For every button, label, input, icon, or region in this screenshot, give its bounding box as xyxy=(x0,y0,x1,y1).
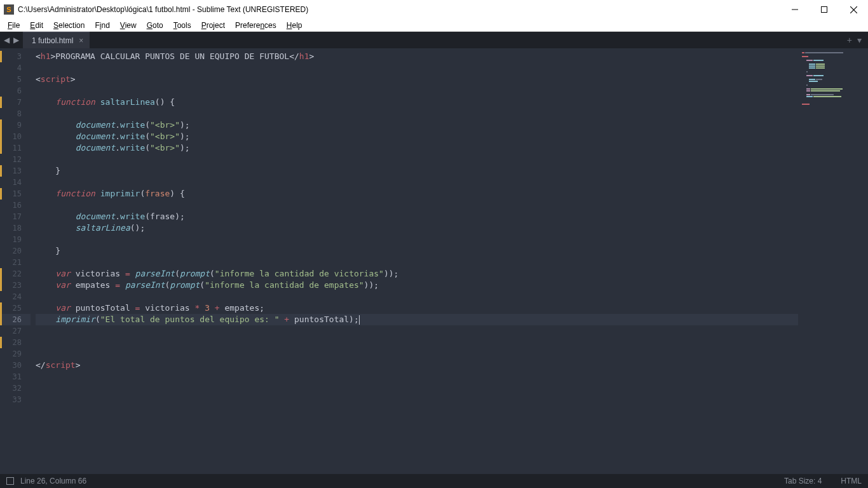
menu-file[interactable]: File xyxy=(3,20,25,31)
line-number[interactable]: 14 xyxy=(0,177,31,188)
line-number[interactable]: 8 xyxy=(0,108,31,119)
tab-active[interactable]: 1 futbol.html × xyxy=(23,32,90,48)
line-number[interactable]: 28 xyxy=(0,337,31,348)
line-number[interactable]: 32 xyxy=(0,383,31,394)
line-number[interactable]: 26 xyxy=(0,314,31,325)
line-gutter[interactable]: 3456789101112131415161718192021222324252… xyxy=(0,48,31,474)
status-bar: Line 26, Column 66 Tab Size: 4 HTML xyxy=(0,474,868,488)
code-line: } xyxy=(36,165,868,177)
code-line xyxy=(36,383,868,394)
window-title: C:\Users\Administrator\Desktop\lógica\1 … xyxy=(18,5,308,14)
status-syntax[interactable]: HTML xyxy=(841,477,862,485)
nav-back-icon[interactable]: ◀ xyxy=(4,36,10,44)
line-number[interactable]: 19 xyxy=(0,234,31,245)
line-number[interactable]: 16 xyxy=(0,200,31,211)
tab-actions: + ▾ xyxy=(841,32,868,48)
code-line xyxy=(36,154,868,165)
line-number[interactable]: 21 xyxy=(0,257,31,268)
close-button[interactable] xyxy=(839,0,868,19)
code-line: <h1>PROGRAMA CALCULAR PUNTOS DE UN EQUIP… xyxy=(36,51,868,62)
menu-edit[interactable]: Edit xyxy=(25,20,48,31)
line-number[interactable]: 3 xyxy=(0,51,31,62)
code-line xyxy=(36,394,868,405)
maximize-button[interactable] xyxy=(810,0,839,19)
code-line: var puntosTotal = victorias * 3 + empate… xyxy=(36,302,868,314)
line-number[interactable]: 7 xyxy=(0,97,31,108)
code-line xyxy=(36,108,868,119)
code-line xyxy=(36,200,868,211)
menu-tools[interactable]: Tools xyxy=(168,20,196,31)
line-number[interactable]: 9 xyxy=(0,119,31,131)
code-line: saltarLinea(); xyxy=(36,222,868,234)
code-line: document.write(frase); xyxy=(36,211,868,222)
minimap[interactable] xyxy=(798,48,868,474)
code-line xyxy=(36,337,868,348)
editor: 3456789101112131415161718192021222324252… xyxy=(0,48,868,474)
line-number[interactable]: 20 xyxy=(0,245,31,257)
svg-rect-1 xyxy=(822,7,827,13)
code-line xyxy=(36,85,868,97)
code-area[interactable]: <h1>PROGRAMA CALCULAR PUNTOS DE UN EQUIP… xyxy=(31,48,868,474)
line-number[interactable]: 33 xyxy=(0,394,31,405)
code-line: document.write("<br>"); xyxy=(36,119,868,131)
line-number[interactable]: 22 xyxy=(0,268,31,280)
line-number[interactable]: 17 xyxy=(0,211,31,222)
code-line: var victorias = parseInt(prompt("informe… xyxy=(36,268,868,280)
code-line xyxy=(36,177,868,188)
tab-menu-icon[interactable]: ▾ xyxy=(857,35,862,45)
menu-project[interactable]: Project xyxy=(196,20,230,31)
line-number[interactable]: 15 xyxy=(0,188,31,200)
line-number[interactable]: 29 xyxy=(0,348,31,360)
line-number[interactable]: 10 xyxy=(0,131,31,142)
tab-bar: ◀ ▶ 1 futbol.html × + ▾ xyxy=(0,32,868,48)
nav-forward-icon[interactable]: ▶ xyxy=(13,36,19,44)
menubar: File Edit Selection Find View Goto Tools… xyxy=(0,19,868,32)
status-tabsize[interactable]: Tab Size: 4 xyxy=(784,477,822,485)
menu-view[interactable]: View xyxy=(115,20,142,31)
line-number[interactable]: 12 xyxy=(0,154,31,165)
code-line xyxy=(36,257,868,268)
code-line: } xyxy=(36,245,868,257)
code-line xyxy=(36,234,868,245)
text-cursor xyxy=(359,315,360,325)
code-line: document.write("<br>"); xyxy=(36,142,868,154)
code-line: </script> xyxy=(36,360,868,371)
status-position[interactable]: Line 26, Column 66 xyxy=(20,477,86,485)
tab-label: 1 futbol.html xyxy=(32,36,73,45)
line-number[interactable]: 25 xyxy=(0,302,31,314)
tab-close-icon[interactable]: × xyxy=(79,36,83,45)
code-line: function imprimir(frase) { xyxy=(36,188,868,200)
code-line: <script> xyxy=(36,74,868,85)
window-titlebar: S C:\Users\Administrator\Desktop\lógica\… xyxy=(0,0,868,19)
line-number[interactable]: 27 xyxy=(0,325,31,337)
tab-nav: ◀ ▶ xyxy=(0,32,23,48)
menu-selection[interactable]: Selection xyxy=(48,20,90,31)
code-line: document.write("<br>"); xyxy=(36,131,868,142)
menu-preferences[interactable]: Preferences xyxy=(230,20,281,31)
menu-goto[interactable]: Goto xyxy=(142,20,168,31)
line-number[interactable]: 13 xyxy=(0,165,31,177)
line-number[interactable]: 24 xyxy=(0,291,31,302)
app-icon: S xyxy=(4,4,14,15)
line-number[interactable]: 31 xyxy=(0,371,31,383)
new-tab-icon[interactable]: + xyxy=(847,35,852,45)
line-number[interactable]: 30 xyxy=(0,360,31,371)
menu-help[interactable]: Help xyxy=(281,20,308,31)
minimize-button[interactable] xyxy=(780,0,810,19)
line-number[interactable]: 18 xyxy=(0,222,31,234)
code-line xyxy=(36,371,868,383)
line-number[interactable]: 23 xyxy=(0,280,31,291)
code-line: var empates = parseInt(prompt("informe l… xyxy=(36,280,868,291)
line-number[interactable]: 5 xyxy=(0,74,31,85)
code-line xyxy=(36,291,868,302)
line-number[interactable]: 6 xyxy=(0,85,31,97)
code-line: imprimir("El total de puntos del equipo … xyxy=(36,314,868,325)
code-line: function saltarLinea() { xyxy=(36,97,868,108)
code-line xyxy=(36,348,868,360)
line-number[interactable]: 4 xyxy=(0,62,31,74)
menu-find[interactable]: Find xyxy=(90,20,114,31)
window-controls xyxy=(780,0,868,19)
line-number[interactable]: 11 xyxy=(0,142,31,154)
panel-switcher-icon[interactable] xyxy=(6,477,14,485)
code-line xyxy=(36,325,868,337)
